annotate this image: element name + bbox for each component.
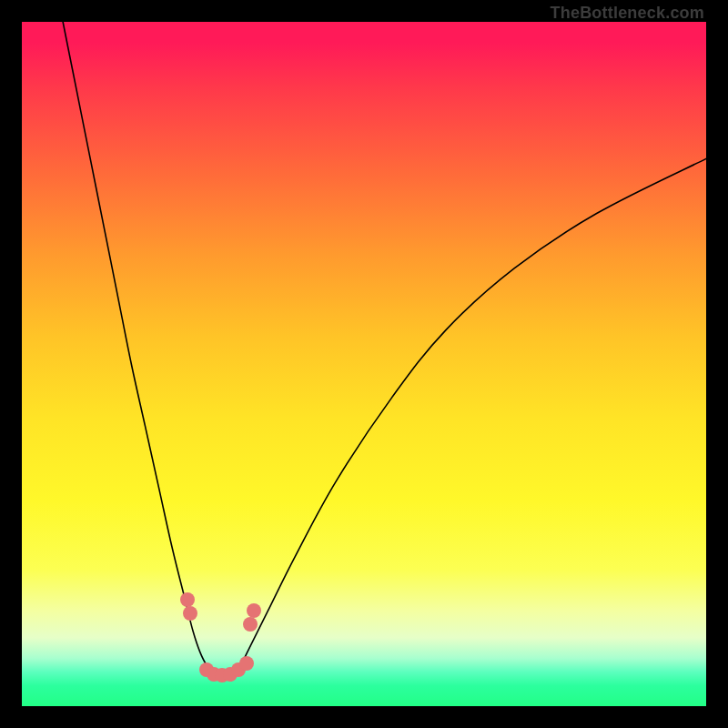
bottleneck-curve (22, 22, 706, 706)
curve-marker (239, 656, 254, 671)
chart-frame: TheBottleneck.com (22, 22, 706, 706)
chart-stage: TheBottleneck.com (0, 0, 728, 728)
curve-marker (243, 617, 258, 632)
curve-marker (247, 603, 261, 618)
watermark-text: TheBottleneck.com (551, 4, 704, 23)
